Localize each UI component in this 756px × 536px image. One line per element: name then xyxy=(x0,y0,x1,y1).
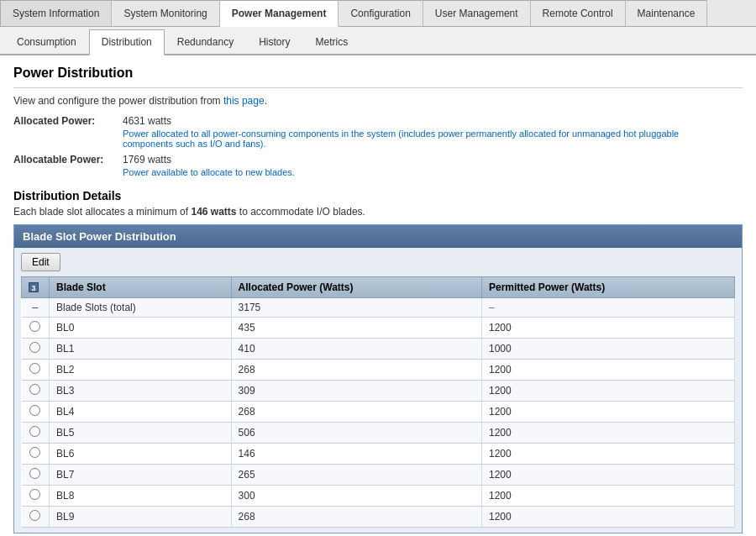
allocated-power-cell: 268 xyxy=(231,402,481,423)
tab-distribution[interactable]: Distribution xyxy=(89,29,165,55)
row-radio-input[interactable] xyxy=(29,426,40,437)
allocated-power-cell: 265 xyxy=(231,465,481,486)
row-selector-cell xyxy=(22,423,50,444)
table-header-row: 3 Blade Slot Allocated Power (Watts) Per… xyxy=(22,277,735,298)
details-desc-part1: Each blade slot allocates a minimum of xyxy=(13,206,188,218)
table-row: BL04351200 xyxy=(22,318,735,339)
table-row: BL22681200 xyxy=(22,360,735,381)
power-info-section: Allocated Power: 4631 watts Power alloca… xyxy=(13,115,743,177)
page-desc-link[interactable]: this page xyxy=(223,95,265,107)
permitted-power-cell: – xyxy=(481,298,734,318)
row-selector-cell xyxy=(22,318,50,339)
allocatable-power-value-area: 1769 watts Power available to allocate t… xyxy=(123,154,743,177)
table-row: –Blade Slots (total)3175– xyxy=(22,298,735,318)
blade-slot-cell: BL9 xyxy=(50,507,232,528)
sort-icon: 3 xyxy=(29,282,39,292)
col-blade-slot[interactable]: Blade Slot xyxy=(50,277,232,298)
top-navigation: System Information System Monitoring Pow… xyxy=(0,0,756,27)
row-radio-input[interactable] xyxy=(29,384,40,395)
allocated-power-note: Power allocated to all power-consuming c… xyxy=(123,129,711,149)
row-radio-input[interactable] xyxy=(29,342,40,353)
allocated-power-cell: 3175 xyxy=(231,298,481,318)
nav-maintenance[interactable]: Maintenance xyxy=(626,0,708,26)
row-radio-input[interactable] xyxy=(29,447,40,458)
blade-slot-cell: BL1 xyxy=(50,339,232,360)
panel-body: Edit 3 Blade Slot Allocated Power (Watts… xyxy=(14,248,742,533)
distribution-details-desc: Each blade slot allocates a minimum of 1… xyxy=(13,206,743,218)
permitted-power-cell: 1200 xyxy=(481,444,734,465)
table-header: 3 Blade Slot Allocated Power (Watts) Per… xyxy=(22,277,735,298)
allocated-power-cell: 268 xyxy=(231,360,481,381)
panel-header: Blade Slot Power Distribution xyxy=(14,225,742,248)
col-permitted-power[interactable]: Permitted Power (Watts) xyxy=(481,277,734,298)
row-selector-cell xyxy=(22,486,50,507)
table-row: BL61461200 xyxy=(22,444,735,465)
allocatable-power-row: Allocatable Power: 1769 watts Power avai… xyxy=(13,154,743,177)
title-divider xyxy=(13,87,743,88)
permitted-power-cell: 1200 xyxy=(481,486,734,507)
nav-power-management[interactable]: Power Management xyxy=(220,0,339,27)
nav-configuration[interactable]: Configuration xyxy=(339,0,423,26)
row-selector-cell: – xyxy=(22,298,50,318)
row-selector-cell xyxy=(22,381,50,402)
col-allocated-power[interactable]: Allocated Power (Watts) xyxy=(231,277,481,298)
permitted-power-cell: 1200 xyxy=(481,465,734,486)
details-min-watts: 146 watts xyxy=(191,206,236,218)
nav-user-management[interactable]: User Management xyxy=(423,0,531,26)
table-body: –Blade Slots (total)3175–BL04351200BL141… xyxy=(22,298,735,528)
allocated-power-label: Allocated Power: xyxy=(13,115,123,127)
tab-history[interactable]: History xyxy=(246,29,302,54)
allocatable-power-label: Allocatable Power: xyxy=(13,154,123,166)
blade-slot-cell: BL3 xyxy=(50,381,232,402)
blade-slot-table: 3 Blade Slot Allocated Power (Watts) Per… xyxy=(21,276,735,528)
page-title: Power Distribution xyxy=(13,66,743,81)
table-row: BL83001200 xyxy=(22,486,735,507)
allocated-power-value: 4631 watts xyxy=(123,115,743,127)
blade-slot-cell: BL4 xyxy=(50,402,232,423)
allocated-power-cell: 309 xyxy=(231,381,481,402)
edit-button[interactable]: Edit xyxy=(21,253,60,271)
row-selector-cell xyxy=(22,444,50,465)
blade-slot-panel: Blade Slot Power Distribution Edit 3 Bla… xyxy=(13,224,743,533)
allocated-power-cell: 146 xyxy=(231,444,481,465)
row-selector-cell xyxy=(22,402,50,423)
blade-slot-cell: BL7 xyxy=(50,465,232,486)
tab-metrics[interactable]: Metrics xyxy=(302,29,360,54)
allocated-power-cell: 435 xyxy=(231,318,481,339)
table-row: BL14101000 xyxy=(22,339,735,360)
page-desc-period: . xyxy=(265,95,267,107)
row-selector-cell xyxy=(22,360,50,381)
page-desc-text: View and configure the power distributio… xyxy=(13,95,223,107)
blade-slot-cell: BL6 xyxy=(50,444,232,465)
blade-slot-cell: BL2 xyxy=(50,360,232,381)
blade-slot-cell: BL8 xyxy=(50,486,232,507)
nav-system-information[interactable]: System Information xyxy=(0,0,112,26)
tab-redundancy[interactable]: Redundancy xyxy=(165,29,246,54)
nav-system-monitoring[interactable]: System Monitoring xyxy=(112,0,219,26)
allocated-power-cell: 268 xyxy=(231,507,481,528)
nav-remote-control[interactable]: Remote Control xyxy=(531,0,626,26)
table-row: BL55061200 xyxy=(22,423,735,444)
allocated-power-cell: 300 xyxy=(231,486,481,507)
row-radio-input[interactable] xyxy=(29,405,40,416)
row-selector-cell xyxy=(22,465,50,486)
row-radio-input[interactable] xyxy=(29,363,40,374)
permitted-power-cell: 1200 xyxy=(481,402,734,423)
row-selector-cell xyxy=(22,339,50,360)
allocated-power-value-area: 4631 watts Power allocated to all power-… xyxy=(123,115,743,149)
col-selector: 3 xyxy=(22,277,50,298)
row-radio-input[interactable] xyxy=(29,489,40,500)
table-row: BL92681200 xyxy=(22,507,735,528)
table-row: BL72651200 xyxy=(22,465,735,486)
no-radio: – xyxy=(32,302,38,313)
permitted-power-cell: 1200 xyxy=(481,381,734,402)
distribution-details-title: Distribution Details xyxy=(13,189,743,202)
permitted-power-cell: 1000 xyxy=(481,339,734,360)
row-radio-input[interactable] xyxy=(29,510,40,521)
page-description: View and configure the power distributio… xyxy=(13,95,743,107)
permitted-power-cell: 1200 xyxy=(481,318,734,339)
row-radio-input[interactable] xyxy=(29,321,40,332)
tab-consumption[interactable]: Consumption xyxy=(4,29,89,54)
row-radio-input[interactable] xyxy=(29,468,40,479)
allocated-power-cell: 506 xyxy=(231,423,481,444)
